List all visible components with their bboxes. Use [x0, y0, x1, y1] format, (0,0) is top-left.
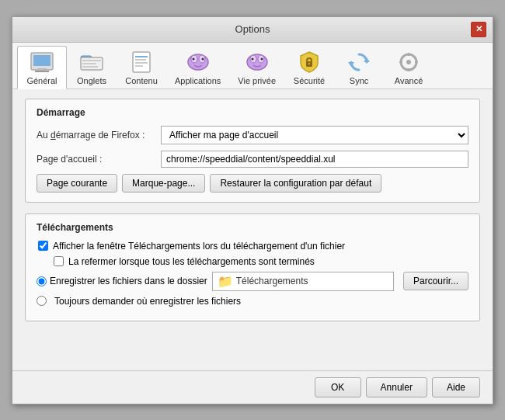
- folder-name: Téléchargements: [236, 276, 308, 286]
- onglets-icon: [79, 50, 104, 75]
- tab-contenu[interactable]: Contenu: [117, 46, 166, 89]
- vieprivee-icon: [245, 50, 270, 75]
- tab-vieprivee-label: Vie privée: [238, 76, 276, 85]
- tab-applications-label: Applications: [175, 76, 221, 85]
- svg-rect-34: [415, 61, 418, 63]
- checkbox2[interactable]: [54, 256, 64, 266]
- tab-general[interactable]: Général: [17, 46, 67, 89]
- svg-point-23: [260, 57, 263, 60]
- radio1[interactable]: [37, 276, 47, 286]
- radio2[interactable]: [37, 296, 47, 306]
- tab-avance-label: Avancé: [395, 76, 423, 85]
- page-courante-button[interactable]: Page courante: [37, 174, 117, 193]
- folder-icon: 📁: [218, 274, 233, 289]
- tab-general-label: Général: [26, 76, 57, 85]
- svg-point-18: [201, 57, 204, 60]
- downloads-section: Téléchargements Afficher la fenêtre Télé…: [25, 213, 480, 321]
- svg-rect-12: [135, 62, 148, 64]
- svg-point-19: [247, 54, 267, 70]
- svg-rect-2: [37, 68, 47, 71]
- checkbox1-row: Afficher la fenêtre Téléchargements lors…: [38, 241, 468, 252]
- tab-onglets[interactable]: Onglets: [67, 46, 117, 89]
- svg-rect-32: [408, 68, 409, 71]
- tab-applications[interactable]: Applications: [166, 46, 229, 89]
- svg-rect-33: [399, 61, 402, 63]
- tab-contenu-label: Contenu: [125, 76, 158, 85]
- ok-button[interactable]: OK: [315, 377, 361, 397]
- radio2-label: Toujours demander où enregistrer les fic…: [54, 296, 241, 307]
- svg-rect-10: [135, 56, 148, 57]
- cancel-button[interactable]: Annuler: [366, 377, 427, 397]
- homepage-input[interactable]: [161, 151, 468, 168]
- homepage-label: Page d'accueil :: [37, 154, 161, 165]
- dialog-title: Options: [34, 23, 471, 35]
- startup-title: Démarrage: [37, 107, 468, 118]
- options-dialog: Options ✕ Général: [12, 16, 493, 404]
- sync-icon: [347, 50, 371, 75]
- svg-point-17: [192, 57, 194, 60]
- restaurer-button[interactable]: Restaurer la configuration par défaut: [210, 174, 381, 193]
- folder-display: 📁 Téléchargements: [212, 272, 394, 291]
- bottom-bar: OK Annuler Aide: [12, 370, 493, 404]
- svg-rect-13: [135, 65, 143, 67]
- radio1-label: Enregistrer les fichiers dans le dossier: [50, 276, 207, 286]
- tab-sync-label: Sync: [350, 76, 368, 85]
- svg-point-14: [188, 54, 208, 70]
- radio2-row: Toujours demander où enregistrer les fic…: [37, 296, 468, 307]
- tab-vieprivee[interactable]: Vie privée: [229, 46, 284, 89]
- general-icon: [30, 50, 54, 75]
- startup-label: Au démarrage de Firefox :: [37, 130, 161, 141]
- downloads-title: Téléchargements: [37, 222, 468, 233]
- svg-rect-11: [135, 59, 146, 61]
- tab-onglets-label: Onglets: [77, 76, 106, 85]
- marque-page-button[interactable]: Marque-page...: [122, 174, 205, 193]
- startup-dropdown[interactable]: Afficher ma page d'accueil Afficher une …: [161, 126, 468, 144]
- securite-icon: [297, 50, 322, 75]
- homepage-row: Page d'accueil :: [37, 151, 468, 168]
- contenu-icon: [129, 50, 154, 75]
- svg-rect-1: [33, 55, 50, 66]
- avance-icon: [396, 50, 421, 75]
- tab-securite-label: Sécurité: [294, 76, 325, 85]
- radio1-row: Enregistrer les fichiers dans le dossier…: [37, 272, 468, 291]
- svg-rect-7: [82, 63, 96, 64]
- startup-section: Démarrage Au démarrage de Firefox : Affi…: [25, 99, 480, 203]
- close-button[interactable]: ✕: [471, 22, 486, 37]
- startup-buttons: Page courante Marque-page... Restaurer l…: [37, 174, 468, 193]
- content-area: Démarrage Au démarrage de Firefox : Affi…: [12, 89, 493, 370]
- svg-point-22: [251, 57, 253, 60]
- title-bar: Options ✕: [12, 17, 493, 43]
- tab-sync[interactable]: Sync: [334, 46, 384, 89]
- tab-securite[interactable]: Sécurité: [284, 46, 334, 89]
- toolbar: Général Onglets: [12, 43, 493, 89]
- help-button[interactable]: Aide: [432, 377, 480, 397]
- checkbox1-label: Afficher la fenêtre Téléchargements lors…: [53, 241, 345, 252]
- svg-rect-6: [82, 60, 101, 61]
- checkbox2-row: La refermer lorsque tous les téléchargem…: [54, 256, 468, 267]
- svg-point-30: [406, 60, 411, 64]
- tab-avance[interactable]: Avancé: [384, 46, 434, 89]
- svg-rect-31: [408, 53, 409, 56]
- startup-row: Au démarrage de Firefox : Afficher ma pa…: [37, 126, 468, 144]
- svg-rect-8: [82, 66, 98, 68]
- parcourir-button[interactable]: Parcourir...: [403, 272, 468, 290]
- checkbox1[interactable]: [38, 241, 48, 251]
- svg-point-26: [308, 63, 310, 64]
- svg-rect-3: [35, 71, 49, 72]
- checkbox2-label: La refermer lorsque tous les téléchargem…: [68, 256, 315, 267]
- applications-icon: [186, 50, 211, 75]
